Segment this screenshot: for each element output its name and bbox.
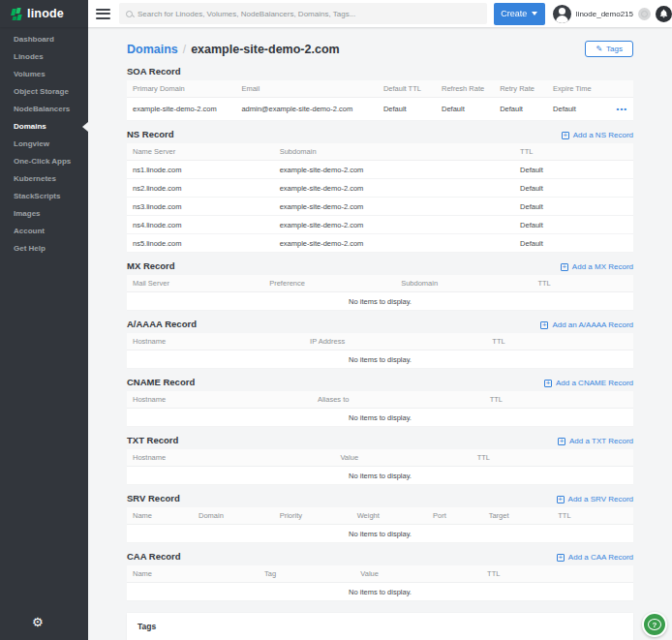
mx-record-table: Mail ServerPreferenceSubdomainTTLNo item… <box>127 275 633 311</box>
section-title: MX Record <box>127 260 175 271</box>
empty-row: No items to display. <box>127 525 633 543</box>
column-header: Subdomain <box>274 143 514 161</box>
username[interactable]: linode_demo215 <box>576 10 633 18</box>
sidebar-item-label: Dashboard <box>14 35 54 44</box>
section-title: SRV Record <box>127 493 180 503</box>
section-header: CAA RecordAdd a CAA Record <box>127 551 633 562</box>
plus-box-icon <box>540 321 548 329</box>
column-header: TTL <box>532 275 633 292</box>
table-cell: example-site-demo-2.com <box>274 216 514 234</box>
sidebar: DashboardLinodesVolumesObject StorageNod… <box>0 27 88 640</box>
add-a-aaaa-record-link[interactable]: Add an A/AAAA Record <box>540 320 633 329</box>
column-header: TTL <box>481 565 633 583</box>
linode-logo[interactable]: linode <box>0 0 88 27</box>
column-header: Default TTL <box>378 80 436 98</box>
txt-record-table: HostnameValueTTLNo items to display. <box>127 449 633 485</box>
add-ns-record-link[interactable]: Add a NS Record <box>562 131 633 139</box>
gear-icon[interactable]: ⚙ <box>32 616 44 628</box>
column-header: Aliases to <box>312 391 484 409</box>
sidebar-item-label: StackScripts <box>14 192 60 200</box>
empty-message: No items to display. <box>127 525 633 543</box>
add-srv-record-link[interactable]: Add a SRV Record <box>557 495 633 503</box>
content: Domains / example-site-demo-2.com ✎ Tags… <box>88 27 672 640</box>
sidebar-item-domains[interactable]: Domains <box>0 118 88 136</box>
breadcrumb-domains-link[interactable]: Domains <box>127 43 178 56</box>
add-cname-record-link[interactable]: Add a CNAME Record <box>544 379 633 387</box>
sidebar-item-get-help[interactable]: Get Help <box>0 240 88 258</box>
create-button-label: Create <box>501 9 527 18</box>
add-link-label: Add a NS Record <box>573 131 633 139</box>
table-cell: Default <box>514 161 633 179</box>
question-icon: ? <box>648 619 661 630</box>
avatar[interactable] <box>553 5 571 23</box>
empty-message: No items to display. <box>127 350 633 369</box>
section-title: TXT Record <box>127 435 178 445</box>
column-header: Domain <box>193 507 274 525</box>
tags-panel: Tags + Add New Tag <box>127 613 633 640</box>
plus-box-icon <box>558 438 565 445</box>
column-header: TTL <box>484 391 633 409</box>
add-txt-record-link[interactable]: Add a TXT Record <box>558 437 633 445</box>
soa-record-table: Primary DomainEmailDefault TTLRefresh Ra… <box>127 80 633 121</box>
column-header: Refresh Rate <box>436 80 494 98</box>
sidebar-item-linodes[interactable]: Linodes <box>0 48 88 66</box>
section-header: SOA Record <box>127 66 633 76</box>
plus-box-icon <box>544 380 552 387</box>
empty-message: No items to display. <box>127 409 633 427</box>
table-row: example-site-demo-2.comadmin@example-sit… <box>127 98 633 121</box>
sidebar-item-label: Linodes <box>14 52 44 61</box>
add-link-label: Add a TXT Record <box>569 437 633 445</box>
notifications-badge[interactable] <box>638 8 651 20</box>
help-beacon-button[interactable]: ? <box>642 612 667 637</box>
table-cell: ns3.linode.com <box>127 198 274 216</box>
sidebar-item-dashboard[interactable]: Dashboard <box>0 31 88 48</box>
create-button[interactable]: Create <box>494 3 545 25</box>
active-item-notch <box>82 122 88 132</box>
plus-box-icon <box>562 132 569 139</box>
tags-button[interactable]: ✎ Tags <box>585 41 633 57</box>
add-mx-record-link[interactable]: Add a MX Record <box>561 262 633 271</box>
plus-box-icon <box>557 554 565 562</box>
table-cell: Default <box>514 216 633 234</box>
sidebar-item-object-storage[interactable]: Object Storage <box>0 83 88 101</box>
sidebar-item-account[interactable]: Account <box>0 223 88 240</box>
sidebar-item-images[interactable]: Images <box>0 205 88 223</box>
sidebar-item-volumes[interactable]: Volumes <box>0 66 88 83</box>
caa-record-table: NameTagValueTTLNo items to display. <box>127 565 633 601</box>
add-caa-record-link[interactable]: Add a CAA Record <box>557 553 633 562</box>
table-row: ns1.linode.comexample-site-demo-2.comDef… <box>127 161 633 179</box>
section-header: CNAME RecordAdd a CNAME Record <box>127 377 633 387</box>
sidebar-item-label: Longview <box>14 139 49 148</box>
section-header: TXT RecordAdd a TXT Record <box>127 435 633 445</box>
sidebar-item-longview[interactable]: Longview <box>0 136 88 153</box>
table-cell: ns1.linode.com <box>127 161 274 179</box>
column-header: Email <box>235 80 377 98</box>
bell-icon[interactable] <box>656 6 672 22</box>
column-header: Preference <box>263 275 395 292</box>
table-cell: admin@example-site-demo-2.com <box>235 98 377 121</box>
section-caa-record: CAA RecordAdd a CAA RecordNameTagValueTT… <box>127 551 633 601</box>
sidebar-item-kubernetes[interactable]: Kubernetes <box>0 170 88 188</box>
search-icon <box>126 11 133 17</box>
menu-hamburger-icon[interactable] <box>96 9 110 19</box>
table-cell: example-site-demo-2.com <box>274 161 514 179</box>
breadcrumb-separator: / <box>183 43 186 56</box>
section-srv-record: SRV RecordAdd a SRV RecordNameDomainPrio… <box>127 493 633 543</box>
table-cell: Default <box>436 98 494 121</box>
sidebar-item-nodebalancers[interactable]: NodeBalancers <box>0 101 88 118</box>
table-cell: ns5.linode.com <box>127 234 274 253</box>
section-txt-record: TXT RecordAdd a TXT RecordHostnameValueT… <box>127 435 633 485</box>
sidebar-item-one-click-apps[interactable]: One-Click Apps <box>0 153 88 170</box>
search-input[interactable] <box>137 10 480 18</box>
table-row: ns3.linode.comexample-site-demo-2.comDef… <box>127 198 633 216</box>
a-aaaa-record-table: HostnameIP AddressTTLNo items to display… <box>127 333 633 369</box>
section-title: A/AAAA Record <box>127 319 197 329</box>
global-search[interactable] <box>119 3 487 24</box>
sidebar-item-label: Domains <box>14 122 46 131</box>
row-actions-kebab-icon[interactable]: ••• <box>617 105 627 113</box>
srv-record-table: NameDomainPriorityWeightPortTargetTTLNo … <box>127 507 633 543</box>
column-header: Hostname <box>127 391 312 409</box>
tags-button-label: Tags <box>606 45 623 53</box>
sidebar-item-stackscripts[interactable]: StackScripts <box>0 188 88 205</box>
tags-panel-title: Tags <box>137 622 623 631</box>
